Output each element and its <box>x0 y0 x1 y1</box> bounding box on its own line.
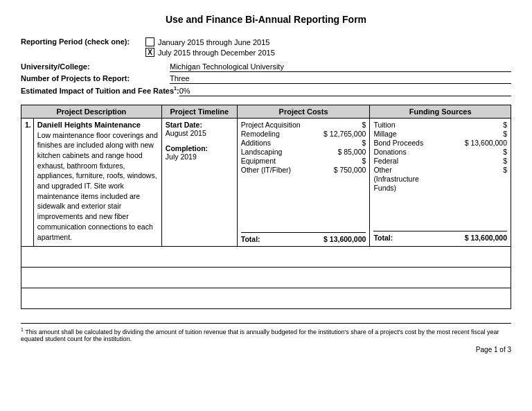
period-option2-text: July 2015 through December 2015 <box>158 49 275 57</box>
start-date-value: August 2015 <box>166 129 233 137</box>
footnote-content: This amount shall be calculated by divid… <box>21 329 499 342</box>
row-funding: Tuition $ Millage $ Bond Proceeds $ 13,6… <box>370 118 511 246</box>
project-title: Daniell Heights Maintenance <box>37 121 158 129</box>
tuition-impact-label: Estimated Impact of Tuition and Fee Rate… <box>21 86 179 95</box>
table-row: 1. Daniell Heights Maintenance Low maint… <box>21 118 511 246</box>
reporting-period-options: January 2015 through June 2015 X July 20… <box>145 37 275 57</box>
cost-item-3: Landscaping $ 85,000 <box>241 148 366 156</box>
header-timeline: Project Timeline <box>161 105 237 118</box>
funding-item-7: Funds) <box>373 184 507 192</box>
cost-item-5: Other (IT/Fiber) $ 750,000 <box>241 166 366 174</box>
page-footer: Page 1 of 3 <box>21 346 511 353</box>
cost-item-2: Additions $ <box>241 139 366 147</box>
checkbox-option1[interactable] <box>145 37 154 46</box>
num-projects-label: Number of Projects to Report: <box>21 74 170 82</box>
tuition-impact-value: 0% <box>179 87 511 96</box>
checkbox-option2[interactable]: X <box>145 48 154 57</box>
costs-total: Total: $ 13,600,000 <box>241 232 366 243</box>
page-info: Page 1 of 3 <box>476 346 511 353</box>
period-option-2: X July 2015 through December 2015 <box>145 48 275 57</box>
row-timeline: Start Date: August 2015 Completion: July… <box>161 118 237 246</box>
project-description: Low maintenance floor coverings and fini… <box>37 130 158 243</box>
university-label: University/College: <box>21 62 170 71</box>
completion-label: Completion: <box>166 144 233 152</box>
footnote-text: 1 This amount shall be calculated by div… <box>21 327 511 342</box>
reporting-period-label: Reporting Period (check one): <box>21 37 145 46</box>
start-date-label: Start Date: <box>166 121 233 129</box>
header-costs: Project Costs <box>237 105 370 118</box>
empty-row-3 <box>21 288 511 308</box>
costs-list: Project Acquisition $ Remodeling $ 12,76… <box>241 121 366 175</box>
main-table: Project Description Project Timeline Pro… <box>21 105 511 309</box>
header-description: Project Description <box>21 105 162 118</box>
cost-item-1: Remodeling $ 12,765,000 <box>241 130 366 138</box>
university-value: Michigan Technological University <box>170 62 511 72</box>
funding-list: Tuition $ Millage $ Bond Proceeds $ 13,6… <box>373 121 507 193</box>
cost-item-0: Project Acquisition $ <box>241 121 366 129</box>
cost-item-4: Equipment $ <box>241 157 366 165</box>
funding-item-6: (Infrastructure <box>373 175 507 183</box>
footnote-superscript: 1 <box>21 327 24 332</box>
funding-item-4: Federal $ <box>373 157 507 165</box>
completion-value: July 2019 <box>166 152 233 161</box>
page-title: Use and Finance Bi-Annual Reporting Form <box>21 14 511 25</box>
empty-row-1 <box>21 246 511 267</box>
funding-total: Total: $ 13,600,000 <box>373 231 507 242</box>
header-funding: Funding Sources <box>370 105 511 118</box>
funding-item-3: Donations $ <box>373 148 507 156</box>
row-description: Daniell Heights Maintenance Low maintena… <box>33 118 161 246</box>
row-costs: Project Acquisition $ Remodeling $ 12,76… <box>237 118 370 246</box>
funding-item-5: Other $ <box>373 166 507 174</box>
period-option1-text: January 2015 through June 2015 <box>158 38 269 46</box>
empty-row-2 <box>21 267 511 288</box>
funding-item-0: Tuition $ <box>373 121 507 129</box>
period-option-1: January 2015 through June 2015 <box>145 37 275 46</box>
funding-item-1: Millage $ <box>373 130 507 138</box>
footnote-area: 1 This amount shall be calculated by div… <box>21 323 511 342</box>
num-projects-value: Three <box>170 74 511 84</box>
row-number: 1. <box>21 118 34 246</box>
funding-item-2: Bond Proceeds $ 13,600,000 <box>373 139 507 147</box>
